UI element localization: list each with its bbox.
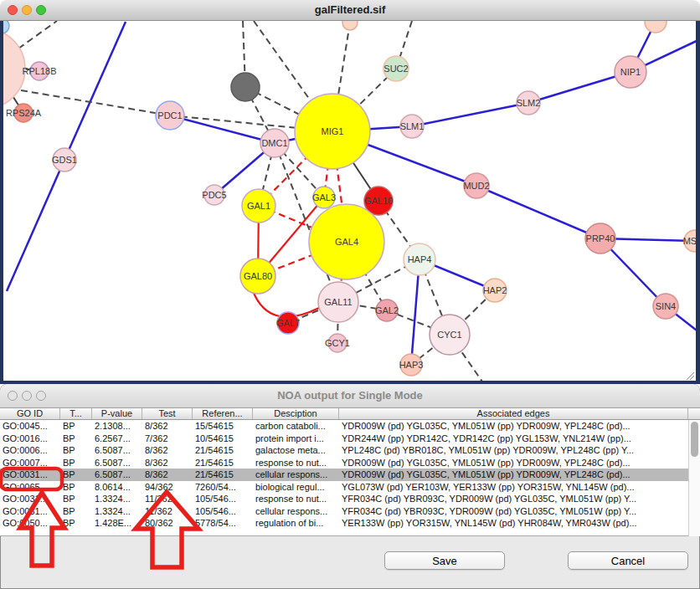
table-cell[interactable]: YDR244W (pp) YDR142C, YDR142C (pp) YGL15… xyxy=(339,433,688,445)
edge-blue[interactable] xyxy=(476,186,600,238)
table-row[interactable]: GO:0016...BP6.2567...7/36210/54615protei… xyxy=(0,433,700,445)
table-cell[interactable]: BP xyxy=(60,493,92,505)
table-cell[interactable]: 1.428E... xyxy=(92,517,142,530)
table-row[interactable]: GO:0045...BP2.1308...8/36215/54615carbon… xyxy=(0,420,700,433)
table-cell[interactable]: YGL073W (pd) YER103W, YER133W (pp) YOR31… xyxy=(339,481,688,494)
table-cell[interactable]: GO:0016... xyxy=(0,433,60,445)
table-cell[interactable]: 2.1308... xyxy=(92,420,142,433)
table-cell[interactable]: GO:0031... xyxy=(0,505,60,518)
table-row[interactable]: GO:0031...BP1.3324...11/362105/546...cel… xyxy=(0,505,700,518)
column-header-p-value[interactable]: P-value xyxy=(92,408,142,419)
table-cell[interactable]: 11/362 xyxy=(142,505,193,518)
table-cell[interactable]: 21/54615 xyxy=(193,469,253,481)
noa-window-titlebar[interactable]: NOA output for Single Mode xyxy=(0,384,700,408)
table-cell[interactable]: 1.3324... xyxy=(92,493,142,505)
edge-blue[interactable] xyxy=(7,160,64,291)
table-cell[interactable]: 8/362 xyxy=(142,457,193,469)
table-cell[interactable]: 105/546... xyxy=(193,493,253,505)
column-header-associated-edges[interactable]: Associated edges xyxy=(339,408,688,419)
table-row[interactable]: GO:0007...BP6.5087...8/36221/54615respon… xyxy=(0,457,700,469)
table-cell[interactable]: BP xyxy=(60,505,92,518)
table-cell[interactable]: GO:0031... xyxy=(0,469,60,481)
table-cell[interactable]: BP xyxy=(60,420,92,433)
table-cell[interactable]: regulation of bi... xyxy=(253,517,339,530)
table-cell[interactable]: 1.3324... xyxy=(92,505,142,518)
table-cell[interactable]: BP xyxy=(60,433,92,445)
edge-dash[interactable] xyxy=(21,90,170,115)
table-cell[interactable]: YFR034C (pd) YBR093C, YDR009W (pd) YGL03… xyxy=(339,505,688,518)
table-cell[interactable]: 21/54615 xyxy=(193,444,253,457)
table-cell[interactable]: 8/362 xyxy=(142,444,193,457)
table-cell[interactable]: YFR034C (pd) YBR093C, YDR009W (pd) YGL03… xyxy=(339,493,688,505)
table-cell[interactable]: protein import i... xyxy=(253,433,339,445)
table-cell[interactable]: 7260/54... xyxy=(193,481,253,494)
table-cell[interactable]: BP xyxy=(60,481,92,494)
table-cell[interactable]: 5778/54... xyxy=(193,517,253,530)
resize-grip-icon[interactable] xyxy=(687,372,694,380)
table-cell[interactable]: 7/362 xyxy=(142,433,193,445)
table-cell[interactable]: 15/54615 xyxy=(193,420,253,433)
table-header: GO IDT...P-valueTestReferen...Desciption… xyxy=(0,408,700,420)
edge-dash[interactable] xyxy=(18,21,57,49)
table-cell[interactable]: BP xyxy=(60,457,92,469)
table-cell[interactable]: YDR009W (pd) YGL035C, YML051W (pp) YDR00… xyxy=(339,420,688,433)
table-cell[interactable]: 94/362 xyxy=(142,481,193,494)
column-header-referen-[interactable]: Referen... xyxy=(193,408,253,419)
table-row[interactable]: GO:0031...BP1.3324...11/362105/546...res… xyxy=(0,493,700,505)
save-button[interactable]: Save xyxy=(384,551,505,570)
table-cell[interactable]: YDR009W (pd) YGL035C, YML051W (pp) YDR00… xyxy=(339,469,688,481)
node-peach-top-center[interactable] xyxy=(342,21,358,30)
table-cell[interactable]: GO:0031... xyxy=(0,493,60,505)
table-cell[interactable]: response to nut... xyxy=(253,493,339,505)
table-row[interactable]: GO:0050...BP1.428E...80/3625778/54...reg… xyxy=(0,517,700,530)
table-cell[interactable]: 11/362 xyxy=(142,493,193,505)
table-cell[interactable]: BP xyxy=(60,469,92,481)
table-cell[interactable]: 10/54615 xyxy=(193,433,253,445)
table-cell[interactable]: biological regul... xyxy=(253,481,339,494)
cancel-button[interactable]: Cancel xyxy=(568,551,688,570)
edge-blue[interactable] xyxy=(412,103,528,126)
table-cell[interactable]: cellular respons... xyxy=(253,469,339,481)
table-cell[interactable]: 21/54615 xyxy=(193,457,253,469)
edge-blue[interactable] xyxy=(64,22,126,160)
table-cell[interactable]: 6.5087... xyxy=(92,469,142,481)
table-cell[interactable]: GO:0065... xyxy=(0,481,60,494)
node-peach-top-right[interactable] xyxy=(645,21,667,33)
table-cell[interactable]: 6.5087... xyxy=(92,444,142,457)
table-cell[interactable]: GO:0006... xyxy=(0,444,60,457)
scrollbar-thumb[interactable] xyxy=(691,422,698,457)
table-cell[interactable]: GO:0045... xyxy=(0,420,60,433)
table-row-selected[interactable]: GO:0031...BP6.5087...8/36221/54615cellul… xyxy=(0,469,700,481)
table-cell[interactable]: GO:0050... xyxy=(0,517,60,530)
node-large-pink[interactable] xyxy=(0,28,25,109)
table-row[interactable]: GO:0065...BP8.0614...94/3627260/54...bio… xyxy=(0,481,700,494)
table-cell[interactable]: 105/546... xyxy=(193,505,253,518)
column-header-go-id[interactable]: GO ID xyxy=(0,408,60,419)
table-row[interactable]: GO:0006...BP6.5087...8/36221/54615galact… xyxy=(0,444,700,457)
table-cell[interactable]: galactose meta... xyxy=(253,444,339,457)
table-cell[interactable]: GO:0007... xyxy=(0,457,60,469)
table-cell[interactable]: 6.2567... xyxy=(92,433,142,445)
table-cell[interactable]: response to nut... xyxy=(253,457,339,469)
node-gray-node[interactable] xyxy=(231,73,260,101)
network-canvas-svg[interactable]: RPL18BRPS24AGDS1PDC1MIG1SUC2SLM1SLM2NIP1… xyxy=(0,21,700,384)
edge-blue[interactable] xyxy=(170,115,275,143)
table-cell[interactable]: BP xyxy=(60,444,92,457)
table-cell[interactable]: BP xyxy=(60,517,92,530)
column-header-test[interactable]: Test xyxy=(142,408,193,419)
table-cell[interactable]: 8.0614... xyxy=(92,481,142,494)
column-header-desciption[interactable]: Desciption xyxy=(253,408,339,419)
vertical-scrollbar[interactable] xyxy=(688,420,700,536)
graph-window-titlebar[interactable]: galFiltered.sif xyxy=(0,0,700,21)
column-header-t-[interactable]: T... xyxy=(60,408,92,419)
network-edges xyxy=(7,21,700,384)
table-cell[interactable]: 6.5087... xyxy=(92,457,142,469)
table-cell[interactable]: 8/362 xyxy=(142,420,193,433)
table-cell[interactable]: carbon cataboli... xyxy=(253,420,339,433)
table-cell[interactable]: YDR009W (pd) YGL035C, YML051W (pp) YDR00… xyxy=(339,457,688,469)
table-cell[interactable]: 8/362 xyxy=(142,469,193,481)
table-cell[interactable]: cellular respons... xyxy=(253,505,339,518)
table-cell[interactable]: YPL248C (pd) YBR018C, YML051W (pp) YDR00… xyxy=(339,444,688,457)
table-cell[interactable]: 80/362 xyxy=(142,517,193,530)
table-cell[interactable]: YER133W (pp) YOR315W, YNL145W (pd) YHR08… xyxy=(339,517,688,530)
